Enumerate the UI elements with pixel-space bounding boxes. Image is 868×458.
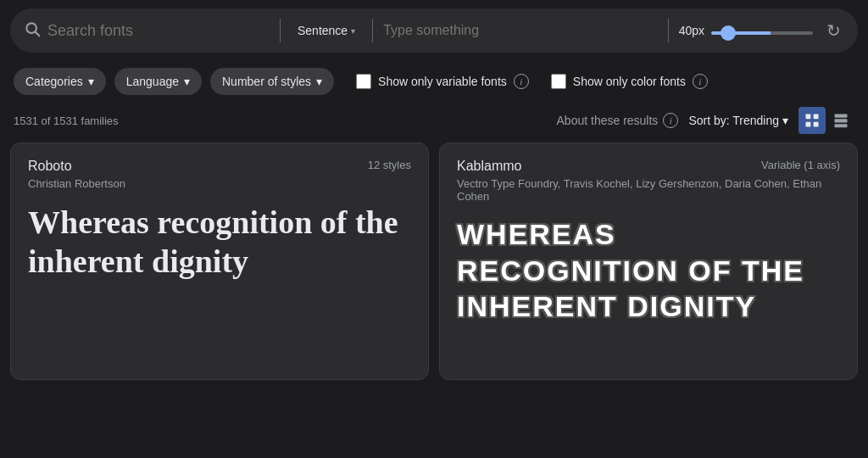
kablammo-styles: Variable (1 axis) [761,159,840,171]
svg-rect-3 [814,114,819,120]
filters-bar: Categories ▾ Language ▾ Number of styles… [0,61,868,102]
variable-fonts-checkbox[interactable] [356,74,371,89]
language-arrow: ▾ [184,75,190,88]
svg-rect-6 [835,114,848,118]
px-section: 40px [679,23,813,38]
sort-label: Sort by: Trending [688,114,779,127]
svg-rect-7 [835,119,848,122]
color-fonts-group: Show only color fonts i [551,74,708,89]
search-divider [280,19,281,42]
language-button[interactable]: Language ▾ [114,68,202,95]
svg-rect-2 [806,114,811,120]
language-label: Language [126,75,179,88]
results-count: 1531 of 1531 families [14,114,119,127]
svg-rect-8 [835,124,848,127]
number-of-styles-button[interactable]: Number of styles ▾ [210,68,334,95]
roboto-preview: Whereas recognition of the inherent dign… [28,204,411,281]
color-fonts-checkbox[interactable] [551,74,566,89]
search-input[interactable] [47,22,225,40]
type-divider [372,19,373,42]
categories-button[interactable]: Categories ▾ [14,68,106,95]
variable-fonts-group: Show only variable fonts i [356,74,529,89]
grid-view-button[interactable] [798,107,826,134]
kablammo-preview: WHEREAS RECOGNITION OF THE INHERENT DIGN… [457,216,840,325]
grid-view-icon [804,112,821,129]
results-right: About these results i Sort by: Trending … [557,107,854,134]
top-bar: Sentence ▾ 40px ↻ [10,8,858,53]
font-size-slider-wrap [711,23,813,38]
list-view-icon [832,112,849,129]
sentence-dropdown-arrow: ▾ [351,26,355,36]
svg-line-1 [36,31,40,36]
about-results[interactable]: About these results i [557,113,679,128]
font-card-kablammo[interactable]: Kablammo Variable (1 axis) Vectro Type F… [439,142,858,380]
kablammo-name: Kablammo [457,159,521,174]
roboto-styles: 12 styles [368,159,411,171]
px-divider [668,19,669,42]
color-fonts-info-icon[interactable]: i [693,74,708,89]
font-card-roboto[interactable]: Roboto 12 styles Christian Robertson Whe… [10,142,429,380]
sentence-dropdown[interactable]: Sentence ▾ [291,20,362,41]
variable-fonts-label[interactable]: Show only variable fonts [378,75,507,88]
categories-arrow: ▾ [88,75,94,88]
view-toggle [798,107,854,134]
sort-dropdown[interactable]: Sort by: Trending ▾ [688,114,788,127]
roboto-name: Roboto [28,159,72,174]
roboto-author: Christian Robertson [28,177,411,190]
kablammo-author: Vectro Type Foundry, Travis Kochel, Lizy… [457,177,840,203]
categories-label: Categories [25,75,83,88]
sentence-label: Sentence [298,24,348,37]
fonts-grid: Roboto 12 styles Christian Robertson Whe… [0,142,868,390]
variable-fonts-info-icon[interactable]: i [514,74,529,89]
svg-rect-5 [814,122,819,127]
px-value: 40px [679,24,704,37]
about-results-info-icon[interactable]: i [663,113,678,128]
color-fonts-label[interactable]: Show only color fonts [573,75,686,88]
search-section [24,20,270,42]
search-icon [24,20,41,42]
results-bar: 1531 of 1531 families About these result… [0,102,868,142]
font-size-slider[interactable] [711,31,813,35]
list-view-button[interactable] [827,107,854,134]
refresh-button[interactable]: ↻ [823,17,844,44]
sort-arrow: ▾ [782,114,788,127]
type-input[interactable] [383,23,657,38]
roboto-card-header: Roboto 12 styles [28,159,411,174]
about-results-label: About these results [557,114,659,127]
kablammo-card-header: Kablammo Variable (1 axis) [457,159,840,174]
number-of-styles-arrow: ▾ [316,75,322,88]
svg-rect-4 [806,122,811,127]
number-of-styles-label: Number of styles [222,75,311,88]
